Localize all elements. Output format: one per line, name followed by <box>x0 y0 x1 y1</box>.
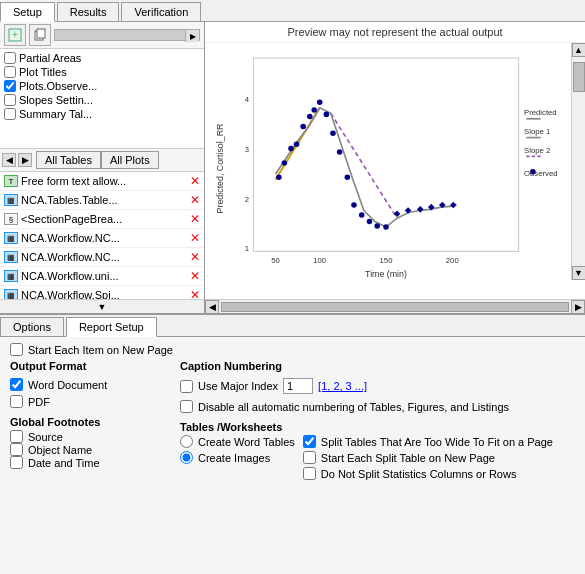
check-item[interactable]: Summary Tal... <box>2 107 202 121</box>
check-item[interactable]: Slopes Settin... <box>2 93 202 107</box>
pdf-check[interactable] <box>10 395 23 408</box>
top-section: + ▶ Partial Areas Plot Titles <box>0 22 585 315</box>
check-item[interactable]: Partial Areas <box>2 51 202 65</box>
item-label: NCA.Tables.Table... <box>21 194 118 206</box>
right-column: Caption Numbering Use Major Index [1, 2,… <box>180 360 575 480</box>
svg-rect-3 <box>37 29 45 38</box>
scroll-up-arrow[interactable]: ▲ <box>572 43 586 57</box>
delete-icon[interactable]: ✕ <box>190 212 200 226</box>
start-each-item-label: Start Each Item on New Page <box>28 344 173 356</box>
all-tables-button[interactable]: All Tables <box>36 151 101 169</box>
date-time-check[interactable] <box>10 456 23 469</box>
split-tables-check[interactable] <box>303 435 316 448</box>
scroll-thumb[interactable] <box>573 62 585 92</box>
delete-icon[interactable]: ✕ <box>190 269 200 283</box>
output-format-label: Output Format <box>10 360 170 372</box>
scroll-left-arrow[interactable]: ◀ <box>205 300 219 314</box>
object-name-label: Object Name <box>28 444 92 456</box>
svg-point-32 <box>359 212 365 218</box>
item-label: NCA.Workflow.uni... <box>21 270 119 282</box>
list-item[interactable]: ▦ NCA.Workflow.Spi... ✕ <box>0 286 204 299</box>
checkboxes-group: Split Tables That Are Too Wide To Fit on… <box>303 435 553 480</box>
list-item[interactable]: ▦ NCA.Workflow.uni... ✕ <box>0 267 204 286</box>
scroll-right[interactable]: ▶ <box>185 30 199 42</box>
check-item[interactable]: Plots.Observe... <box>2 79 202 93</box>
use-major-index-check[interactable] <box>180 380 193 393</box>
tab-setup[interactable]: Setup <box>0 2 55 22</box>
delete-icon[interactable]: ✕ <box>190 193 200 207</box>
do-not-split-check[interactable] <box>303 467 316 480</box>
scroll-bottom[interactable]: ▼ <box>0 299 204 313</box>
word-document-check[interactable] <box>10 378 23 391</box>
major-index-hint[interactable]: [1, 2, 3 ...] <box>318 380 367 392</box>
slopes-check[interactable] <box>4 94 16 106</box>
check-item[interactable]: Plot Titles <box>2 65 202 79</box>
left-column: Output Format Word Document PDF Global F… <box>10 360 170 480</box>
scroll-down-btn[interactable]: ▶ <box>18 153 32 167</box>
svg-point-34 <box>374 223 380 229</box>
summary-check[interactable] <box>4 108 16 120</box>
h-scroll-thumb[interactable] <box>221 302 569 312</box>
item-list: T Free form text allow... ✕ ▦ NCA.Tables… <box>0 172 204 299</box>
left-panel: + ▶ Partial Areas Plot Titles <box>0 22 205 313</box>
right-scrollbar: ▲ ▼ <box>571 43 585 280</box>
scroll-down-arrow[interactable]: ▼ <box>572 266 586 280</box>
delete-icon[interactable]: ✕ <box>190 250 200 264</box>
chart-svg: Predicted, Cortisol_RR 1 2 3 4 50 <box>205 47 567 290</box>
chart-warning: Preview may not represent the actual out… <box>205 22 585 43</box>
source-label: Source <box>28 431 63 443</box>
create-word-tables-radio[interactable] <box>180 435 193 448</box>
tables-worksheets-label: Tables /Worksheets <box>180 421 575 433</box>
global-footnotes-label: Global Footnotes <box>10 416 170 428</box>
tab-options[interactable]: Options <box>0 317 64 336</box>
plot-titles-check[interactable] <box>4 66 16 78</box>
create-images-row: Create Images <box>180 451 295 464</box>
start-each-item-check[interactable] <box>10 343 23 356</box>
svg-text:4: 4 <box>245 95 250 104</box>
delete-icon[interactable]: ✕ <box>190 231 200 245</box>
disable-auto-check[interactable] <box>180 400 193 413</box>
svg-text:Slope 1: Slope 1 <box>524 127 550 136</box>
scroll-track <box>572 57 585 266</box>
major-index-input[interactable] <box>283 378 313 394</box>
delete-icon[interactable]: ✕ <box>190 288 200 299</box>
scroll-up-btn[interactable]: ◀ <box>2 153 16 167</box>
start-each-split-label: Start Each Split Table on New Page <box>321 452 495 464</box>
list-item[interactable]: T Free form text allow... ✕ <box>0 172 204 191</box>
svg-text:Predicted: Predicted <box>524 108 557 117</box>
horizontal-scrollbar: ◀ ▶ <box>205 299 585 313</box>
tab-report-setup[interactable]: Report Setup <box>66 317 157 337</box>
scroll-right-arrow[interactable]: ▶ <box>571 300 585 314</box>
start-each-split-check[interactable] <box>303 451 316 464</box>
delete-icon[interactable]: ✕ <box>190 174 200 188</box>
list-item[interactable]: § <SectionPageBrea... ✕ <box>0 210 204 229</box>
item-label: NCA.Workflow.NC... <box>21 251 120 263</box>
tab-verification[interactable]: Verification <box>121 2 201 21</box>
partial-areas-label: Partial Areas <box>19 52 81 64</box>
do-not-split-label: Do Not Split Statistics Columns or Rows <box>321 468 517 480</box>
svg-point-28 <box>330 130 336 136</box>
split-tables-row: Split Tables That Are Too Wide To Fit on… <box>303 435 553 448</box>
source-row: Source <box>10 430 170 443</box>
create-images-radio[interactable] <box>180 451 193 464</box>
list-item[interactable]: ▦ NCA.Workflow.NC... ✕ <box>0 248 204 267</box>
source-check[interactable] <box>10 430 23 443</box>
summary-label: Summary Tal... <box>19 108 92 120</box>
list-item[interactable]: ▦ NCA.Tables.Table... ✕ <box>0 191 204 210</box>
all-plots-button[interactable]: All Plots <box>101 151 159 169</box>
list-item[interactable]: ▦ NCA.Workflow.NC... ✕ <box>0 229 204 248</box>
plots-observe-label: Plots.Observe... <box>19 80 97 92</box>
svg-text:Observed: Observed <box>524 169 557 178</box>
plots-observe-check[interactable] <box>4 80 16 92</box>
partial-areas-check[interactable] <box>4 52 16 64</box>
scroll-indicator: ▶ <box>54 29 200 41</box>
add-button[interactable]: + <box>4 24 26 46</box>
svg-point-30 <box>345 175 351 181</box>
create-word-tables-label: Create Word Tables <box>198 436 295 448</box>
tab-results[interactable]: Results <box>57 2 120 21</box>
copy-button[interactable] <box>29 24 51 46</box>
item-icon: ▦ <box>4 194 18 206</box>
svg-text:2: 2 <box>245 195 249 204</box>
object-name-check[interactable] <box>10 443 23 456</box>
item-icon: ▦ <box>4 251 18 263</box>
